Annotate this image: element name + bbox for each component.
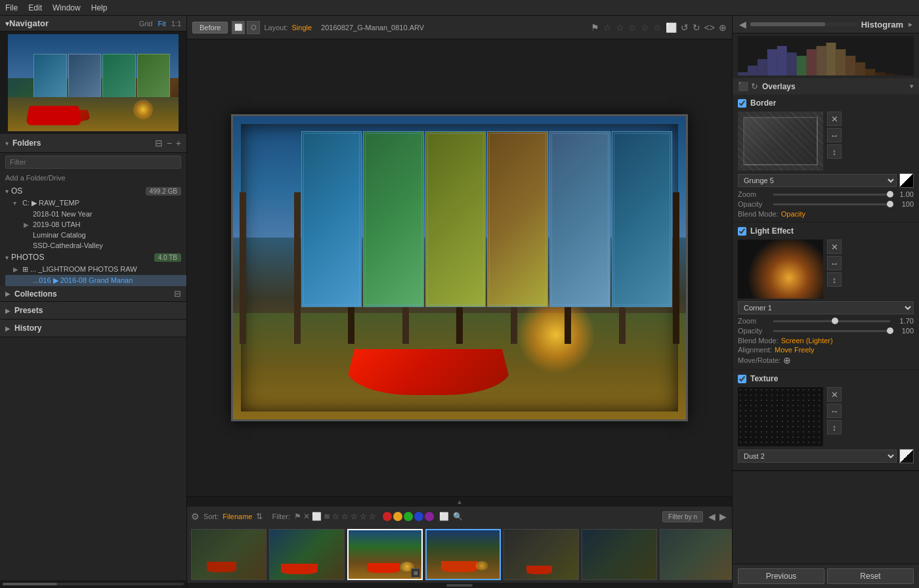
border-delete-btn[interactable]: ✕ <box>827 112 842 126</box>
star-4[interactable]: ☆ <box>641 22 649 33</box>
border-flip-h-btn[interactable]: ↔ <box>827 128 842 142</box>
sort-direction-arrow[interactable]: ⇅ <box>256 512 263 521</box>
filter-star-5[interactable]: ☆ <box>369 512 376 521</box>
crop-icon[interactable]: ⬜ <box>666 22 677 33</box>
star-3[interactable]: ☆ <box>628 22 637 33</box>
drive-photos[interactable]: ▾ PHOTOS 4.0 TB <box>0 251 186 264</box>
folder-grand-manan[interactable]: ...016 ▶ 2016-08 Grand Manan <box>5 275 186 286</box>
color-dot-red[interactable] <box>383 512 392 521</box>
light-effect-move-icon[interactable]: ⊕ <box>783 355 791 366</box>
view-icon-square[interactable]: ⬜ <box>232 21 245 34</box>
folders-minus[interactable]: − <box>167 138 172 148</box>
reset-button[interactable]: Reset <box>827 568 914 584</box>
filmstrip-nav-prev[interactable]: ◀ <box>707 511 717 522</box>
light-effect-opacity-thumb[interactable] <box>887 327 893 334</box>
thumb-6[interactable] <box>582 529 657 580</box>
folders-plus[interactable]: + <box>176 138 181 148</box>
view-icon-triangle[interactable]: ⬡ <box>247 21 260 34</box>
light-effect-flip-v-btn[interactable]: ↕ <box>827 272 842 287</box>
filmstrip-nav-next[interactable]: ▶ <box>718 511 728 522</box>
zoom-fit[interactable]: Fit <box>158 20 165 28</box>
layout-value[interactable]: Single <box>292 24 312 32</box>
presets-header[interactable]: ▶ Presets <box>0 302 186 320</box>
filter-star-3[interactable]: ☆ <box>351 512 358 521</box>
before-button[interactable]: Before <box>192 22 228 33</box>
filter-search-icon[interactable]: 🔍 <box>453 512 463 521</box>
thumb-4[interactable] <box>425 529 501 580</box>
texture-swatch[interactable] <box>899 449 914 463</box>
filmstrip-settings-icon[interactable]: ⚙ <box>191 511 200 522</box>
folder-new-year[interactable]: 2018-01 New Year <box>5 209 186 219</box>
histogram-panel-arrow[interactable]: ▸ <box>908 20 912 29</box>
border-preset-select[interactable]: Grunge 5 <box>738 174 897 187</box>
border-zoom-thumb[interactable] <box>887 191 893 198</box>
rotate-left-icon[interactable]: ↺ <box>681 22 689 33</box>
folders-header[interactable]: ▾ Folders ⊟ − + <box>0 134 186 153</box>
rotate-right-icon[interactable]: ↻ <box>693 22 700 33</box>
menu-file[interactable]: File <box>5 3 18 12</box>
light-effect-align-value[interactable]: Move Freely <box>775 346 815 354</box>
color-dot-orange[interactable] <box>393 512 402 521</box>
overlays-refresh-icon[interactable]: ↻ <box>751 81 758 91</box>
filter-x-icon[interactable]: ✕ <box>303 512 310 521</box>
add-overlay-icon[interactable]: ⊕ <box>719 22 727 33</box>
histogram-collapse-btn[interactable]: ◀ <box>739 19 746 30</box>
thumb-7[interactable] <box>660 529 732 580</box>
sort-value[interactable]: Filename <box>223 513 252 520</box>
zoom-grid[interactable]: Grid <box>139 20 153 28</box>
border-swatch[interactable] <box>899 173 914 188</box>
border-opacity-slider[interactable] <box>773 203 890 205</box>
light-effect-zoom-slider[interactable] <box>773 320 890 322</box>
overlays-dropdown-arrow[interactable]: ▾ <box>910 82 914 91</box>
color-dot-blue[interactable] <box>414 512 423 521</box>
menu-help[interactable]: Help <box>91 3 108 12</box>
filter-star-4[interactable]: ☆ <box>360 512 367 521</box>
filter-star-2[interactable]: ☆ <box>341 512 349 521</box>
light-effect-checkbox[interactable] <box>738 227 746 236</box>
thumb-5[interactable] <box>503 529 579 580</box>
texture-delete-btn[interactable]: ✕ <box>827 387 842 402</box>
folder-filter-input[interactable] <box>5 156 181 169</box>
folder-lightroom[interactable]: ▶ ⊞ ... _LIGHTROOM PHOTOS RAW <box>5 264 186 275</box>
previous-button[interactable]: Previous <box>738 568 824 584</box>
folder-ssd[interactable]: SSD-Cathedral-Valley <box>5 240 186 251</box>
color-dot-green[interactable] <box>404 512 413 521</box>
star-5[interactable]: ☆ <box>653 22 662 33</box>
filter-star-1[interactable]: ☆ <box>332 512 339 521</box>
border-flip-v-btn[interactable]: ↕ <box>827 144 842 159</box>
border-blend-value[interactable]: Opacity <box>781 210 805 218</box>
light-effect-blend-value[interactable]: Screen (Lighter) <box>781 337 833 345</box>
thumb-2[interactable] <box>269 529 345 580</box>
filter-flag-icon[interactable]: ⚑ <box>294 512 301 521</box>
drive-os[interactable]: ▾ OS 499.2 GB <box>0 184 186 198</box>
texture-checkbox[interactable] <box>738 375 746 383</box>
light-effect-delete-btn[interactable]: ✕ <box>827 240 842 254</box>
folder-raw-temp[interactable]: ▾ C: ▶ RAW_TEMP <box>5 198 186 209</box>
thumb-1[interactable] <box>191 529 267 580</box>
menu-edit[interactable]: Edit <box>28 3 42 12</box>
filter-split-icon[interactable]: ≋ <box>324 512 330 521</box>
texture-preset-select[interactable]: Dust 2 <box>738 450 897 463</box>
history-header[interactable]: ▶ History <box>0 320 186 337</box>
light-effect-flip-h-btn[interactable]: ↔ <box>827 256 842 270</box>
filter-checkerboard-icon[interactable]: ⬜ <box>439 512 449 521</box>
color-dot-purple[interactable] <box>425 512 434 521</box>
light-effect-preset-select[interactable]: Corner 1 <box>738 301 914 314</box>
border-opacity-thumb[interactable] <box>887 201 893 207</box>
light-effect-opacity-slider[interactable] <box>773 330 890 332</box>
collections-header[interactable]: ▶ Collections ⊟ <box>0 286 186 302</box>
star-2[interactable]: ☆ <box>616 22 624 33</box>
folders-action-icon1[interactable]: ⊟ <box>155 138 163 148</box>
add-folder-link[interactable]: Add a Folder/Drive <box>0 171 186 184</box>
light-effect-zoom-thumb[interactable] <box>832 318 838 324</box>
texture-flip-h-btn[interactable]: ↔ <box>827 404 842 418</box>
folder-utah[interactable]: ▶ 2019-08 UTAH <box>5 219 186 230</box>
folder-luminar[interactable]: Luminar Catalog <box>5 230 186 240</box>
filter-by-name-button[interactable]: Filter by n <box>662 511 703 522</box>
thumb-3[interactable]: ⊞ <box>347 529 423 580</box>
flag-icon[interactable]: ⚑ <box>591 22 599 33</box>
zoom-1-1[interactable]: 1:1 <box>171 20 181 28</box>
texture-flip-v-btn[interactable]: ↕ <box>827 420 842 434</box>
border-checkbox[interactable] <box>738 99 746 108</box>
filter-square-icon[interactable]: ⬜ <box>312 512 322 521</box>
